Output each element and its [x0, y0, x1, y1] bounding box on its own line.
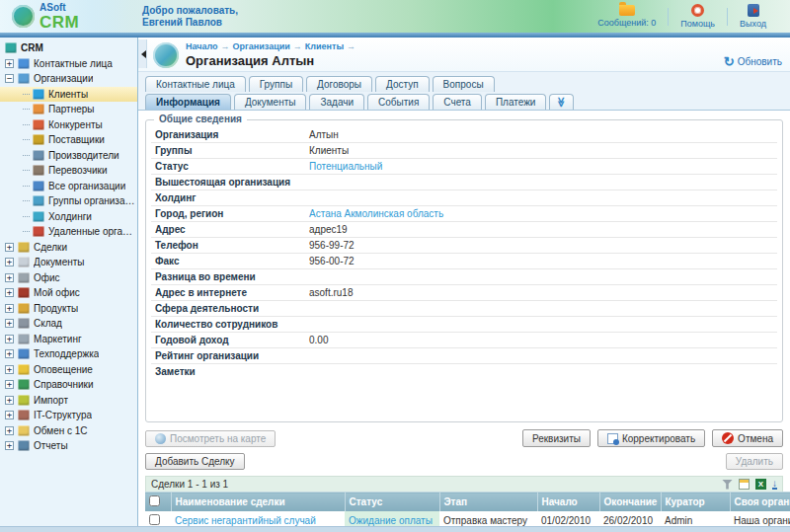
view-on-map-button[interactable]: Посмотреть на карте — [145, 430, 276, 447]
expand-plus-icon[interactable]: + — [5, 59, 14, 68]
sidebar-item-products[interactable]: +Продукты — [0, 301, 137, 317]
expand-plus-icon[interactable]: + — [5, 411, 14, 419]
tree-connector — [23, 94, 30, 95]
tab-payments[interactable]: Платежи — [485, 94, 547, 110]
collapse-minus-icon[interactable]: − — [5, 74, 14, 83]
tab-invoices[interactable]: Счета — [433, 94, 482, 110]
expand-plus-icon[interactable]: + — [5, 243, 14, 252]
sidebar-item-competitors[interactable]: Конкуренты — [0, 117, 137, 133]
requisites-button[interactable]: Реквизиты — [522, 429, 591, 447]
row-select-cell — [145, 511, 171, 526]
sidebar-item-deals[interactable]: +Сделки — [0, 240, 137, 256]
breadcrumb-link[interactable]: Клиенты — [305, 41, 344, 51]
sidebar-item-clients[interactable]: Клиенты — [0, 87, 137, 103]
sidebar-item-crm[interactable]: CRM — [0, 40, 137, 56]
sidebar-item-contacts[interactable]: +Контактные лица — [0, 56, 137, 72]
expand-plus-icon[interactable]: + — [5, 273, 14, 282]
expand-plus-icon[interactable]: + — [5, 380, 14, 389]
sidebar-item-documents[interactable]: +Документы — [0, 255, 137, 270]
sidebar-item-reports[interactable]: +Отчеты — [0, 438, 137, 454]
logout-button[interactable]: Выход — [728, 4, 778, 29]
field-label: Адрес в интернете — [151, 287, 309, 298]
sidebar-item-marketing[interactable]: +Маркетинг — [0, 332, 137, 347]
sidebar-item-directories[interactable]: +Справочники — [0, 377, 137, 393]
tab-information[interactable]: Информация — [145, 94, 231, 110]
messages-button[interactable]: Сообщений: 0 — [586, 5, 668, 28]
select-all-checkbox[interactable] — [149, 495, 160, 506]
tab-contacts[interactable]: Контактные лица — [145, 76, 246, 92]
expand-plus-icon[interactable]: + — [5, 319, 14, 328]
tab-questions[interactable]: Вопросы — [433, 76, 495, 92]
add-deal-button[interactable]: Добавить Сделку — [145, 453, 245, 470]
field-label: Адрес — [151, 224, 309, 235]
sidebar-item-it-structure[interactable]: +IT-Структура — [0, 408, 137, 423]
columns-settings-icon[interactable] — [739, 479, 750, 490]
sidebar-item-import[interactable]: +Импорт — [0, 393, 137, 409]
field-value: 956-00-72 — [309, 256, 355, 266]
expand-plus-icon[interactable]: + — [5, 304, 14, 313]
row-checkbox[interactable] — [149, 514, 160, 525]
refresh-button[interactable]: ↻ Обновить — [724, 56, 782, 68]
column-header[interactable]: Статус — [345, 493, 439, 512]
expand-plus-icon[interactable]: + — [5, 288, 14, 297]
tab-access[interactable]: Доступ — [375, 76, 430, 92]
tab-events[interactable]: События — [367, 94, 430, 110]
sidebar-item-tech-support[interactable]: +Техподдержка — [0, 346, 137, 362]
top-header: ASoft CRM Добро пожаловать, Евгений Павл… — [0, 0, 790, 33]
column-header[interactable]: Этап — [439, 493, 537, 512]
sidebar-item-carriers[interactable]: Перевозчики — [0, 163, 137, 179]
breadcrumb-link[interactable]: Организации — [233, 41, 290, 51]
sidebar-item-suppliers[interactable]: Поставщики — [0, 132, 137, 148]
sidebar-item-my-office[interactable]: +Мой офис — [0, 285, 137, 301]
expand-plus-icon[interactable]: + — [5, 258, 14, 266]
cancel-button[interactable]: Отмена — [712, 429, 783, 447]
download-icon[interactable]: ↓ — [772, 479, 777, 490]
edit-button[interactable]: Корректировать — [597, 429, 705, 447]
column-header[interactable]: Окончание — [599, 493, 661, 512]
filter-icon[interactable] — [722, 480, 733, 490]
tab-documents[interactable]: Документы — [234, 94, 307, 110]
sidebar-item-organization-groups[interactable]: Группы организаций — [0, 193, 137, 209]
sidebar-item-organizations[interactable]: −Организации — [0, 71, 137, 87]
deal-status-link[interactable]: Ожидание оплаты — [349, 515, 433, 526]
expand-plus-icon[interactable]: + — [5, 349, 14, 358]
field-value[interactable]: Астана Акмолинская область — [309, 208, 443, 219]
sidebar-item-manufacturers[interactable]: Производители — [0, 148, 137, 164]
globe-icon — [155, 433, 166, 444]
tech-support-icon — [18, 348, 30, 359]
expand-plus-icon[interactable]: + — [5, 396, 14, 405]
deal-name-link[interactable]: Сервис негарантийный случай — [175, 515, 316, 526]
column-header[interactable]: Своя организация — [730, 493, 790, 512]
suppliers-icon — [33, 134, 44, 145]
sidebar-item-notifications[interactable]: +Оповещение — [0, 362, 137, 378]
field-row: Годовой доход0.00 — [151, 333, 777, 348]
breadcrumb-link[interactable]: Начало — [186, 41, 218, 51]
field-label: Телефон — [151, 240, 309, 251]
deal-end-cell: 26/02/2010 — [599, 511, 661, 526]
export-excel-icon[interactable]: X — [755, 479, 766, 490]
sidebar-item-all-organizations[interactable]: Все организации — [0, 179, 137, 194]
expand-plus-icon[interactable]: + — [5, 335, 14, 343]
column-header[interactable]: Начало — [537, 493, 599, 512]
sidebar-item-office[interactable]: +Офис — [0, 270, 137, 286]
partners-icon — [33, 104, 44, 114]
expand-plus-icon[interactable]: + — [5, 365, 14, 374]
sidebar-collapse-handle[interactable] — [138, 39, 147, 68]
column-header[interactable]: Наименование сделки — [171, 493, 345, 512]
sidebar-item-deleted-organizations[interactable]: Удаленные организации — [0, 224, 137, 240]
column-header[interactable]: Куратор — [661, 493, 730, 512]
help-button[interactable]: Помощь — [669, 4, 727, 29]
expand-plus-icon[interactable]: + — [5, 426, 14, 435]
more-tabs-button[interactable]: ≫ — [549, 94, 573, 110]
field-value[interactable]: Потенциальный — [309, 161, 382, 172]
sidebar-item-partners[interactable]: Партнеры — [0, 102, 137, 117]
expand-plus-icon[interactable]: + — [5, 441, 14, 450]
tab-groups[interactable]: Группы — [249, 76, 303, 92]
tab-contracts[interactable]: Договоры — [306, 76, 372, 92]
sidebar-item-1c-exchange[interactable]: +Обмен с 1С — [0, 423, 137, 439]
tab-tasks[interactable]: Задачи — [309, 94, 364, 110]
delete-button[interactable]: Удалить — [726, 453, 783, 470]
deals-icon — [18, 242, 30, 253]
sidebar-item-holdings[interactable]: Холдинги — [0, 209, 137, 225]
sidebar-item-warehouse[interactable]: +Склад — [0, 316, 137, 332]
